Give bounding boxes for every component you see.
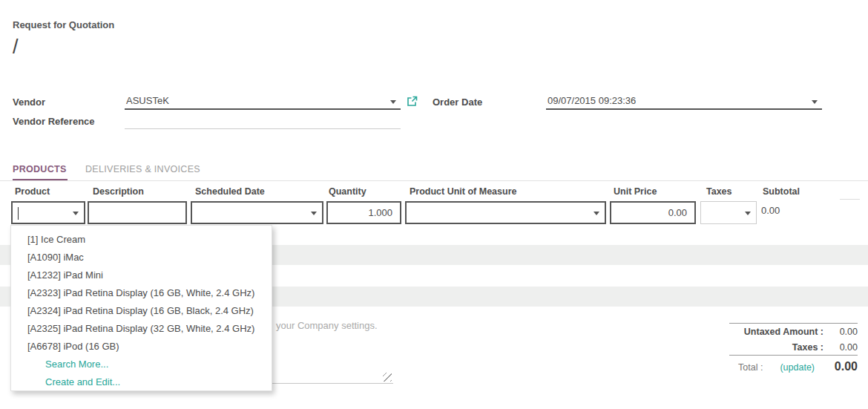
chevron-down-icon[interactable] [594, 212, 599, 215]
untaxed-amount-label: Untaxed Amount : [744, 327, 823, 337]
chevron-down-icon[interactable] [311, 212, 317, 215]
extra-column-border [840, 199, 860, 200]
col-header-product: Product [15, 186, 50, 197]
scheduled-date-cell[interactable] [191, 201, 323, 224]
quantity-input[interactable] [328, 203, 400, 223]
create-and-edit-option[interactable]: Create and Edit... [11, 373, 272, 391]
chevron-down-icon[interactable] [812, 100, 818, 104]
vendor-value[interactable]: ASUSTeK [126, 95, 169, 106]
col-header-subtotal: Subtotal [763, 186, 800, 197]
rfq-form: Request for Quotation / Vendor ASUSTeK O… [0, 0, 868, 409]
col-header-quantity: Quantity [329, 186, 366, 197]
quantity-cell[interactable] [326, 201, 401, 224]
taxes-row: Taxes : 0.00 [729, 339, 858, 355]
tab-deliveries-invoices[interactable]: DELIVERIES & INVOICES [85, 164, 200, 174]
col-header-uom: Product Unit of Measure [410, 186, 516, 197]
vendor-reference-field[interactable] [125, 113, 401, 129]
document-name: / [13, 36, 19, 59]
product-cell[interactable] [11, 201, 85, 224]
dropdown-option[interactable]: [A1090] iMac [11, 249, 272, 266]
taxes-label: Taxes : [792, 342, 823, 353]
dropdown-option[interactable]: [A6678] iPod (16 GB) [11, 338, 272, 356]
col-header-scheduled-date: Scheduled Date [195, 186, 265, 197]
dropdown-option[interactable]: [A1232] iPad Mini [11, 266, 272, 284]
dropdown-option[interactable]: [A2323] iPad Retina Display (16 GB, Whit… [11, 284, 272, 302]
chevron-down-icon[interactable] [390, 100, 396, 104]
resize-handle-icon[interactable] [383, 373, 392, 382]
total-label: Total : [738, 362, 763, 373]
uom-cell[interactable] [405, 201, 606, 224]
taxes-value: 0.00 [823, 342, 858, 353]
terms-hint-text: your Company settings. [276, 320, 378, 331]
taxes-cell[interactable] [700, 201, 757, 224]
external-link-icon[interactable] [407, 96, 418, 107]
description-cell[interactable] [88, 201, 187, 224]
untaxed-amount-value: 0.00 [823, 327, 858, 337]
vendor-label: Vendor [13, 96, 45, 108]
unit-price-cell[interactable] [610, 201, 696, 224]
dropdown-option[interactable]: [A2324] iPad Retina Display (16 GB, Blac… [11, 302, 272, 320]
unit-price-input[interactable] [611, 203, 694, 223]
document-type-label: Request for Quotation [13, 19, 114, 30]
dropdown-option[interactable]: [1] Ice Cream [11, 231, 272, 249]
totals-panel: Untaxed Amount : 0.00 Taxes : 0.00 Total… [729, 323, 858, 376]
order-date-value[interactable]: 09/07/2015 09:23:36 [548, 95, 636, 106]
col-header-unit-price: Unit Price [614, 186, 657, 197]
col-header-taxes: Taxes [706, 186, 732, 197]
vendor-reference-label: Vendor Reference [13, 116, 95, 127]
total-value: 0.00 [821, 360, 858, 373]
uom-input[interactable] [407, 203, 605, 223]
dropdown-option[interactable]: [A2325] iPad Retina Display (32 GB, Whit… [11, 320, 272, 338]
vendor-field[interactable]: ASUSTeK [125, 94, 401, 110]
order-date-label: Order Date [433, 96, 482, 108]
text-cursor [18, 207, 19, 220]
chevron-down-icon[interactable] [745, 212, 751, 215]
untaxed-amount-row: Untaxed Amount : 0.00 [729, 324, 858, 339]
col-header-description: Description [93, 186, 144, 197]
tab-products[interactable]: PRODUCTS [13, 164, 67, 174]
subtotal-value: 0.00 [761, 205, 780, 216]
search-more-option[interactable]: Search More... [11, 356, 272, 373]
scheduled-date-input[interactable] [192, 203, 322, 223]
chevron-down-icon[interactable] [73, 212, 79, 215]
tabs-bottom-border [0, 180, 868, 181]
total-row: Total : (update) 0.00 [729, 356, 858, 376]
description-input[interactable] [89, 203, 185, 223]
update-link[interactable]: (update) [780, 362, 815, 373]
product-autocomplete-dropdown: [1] Ice Cream [A1090] iMac [A1232] iPad … [10, 225, 272, 391]
order-date-field[interactable]: 09/07/2015 09:23:36 [546, 94, 822, 110]
